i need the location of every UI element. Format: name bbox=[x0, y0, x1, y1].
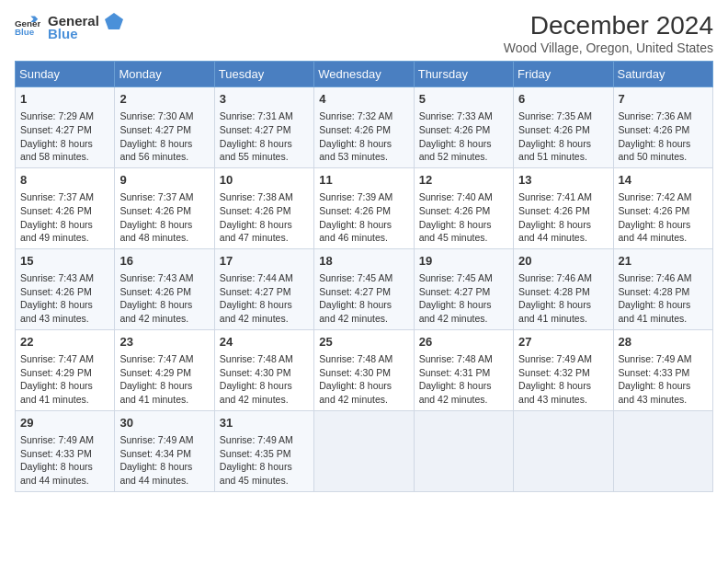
week-row-2: 8Sunrise: 7:37 AMSunset: 4:26 PMDaylight… bbox=[16, 167, 713, 248]
day-header-monday: Monday bbox=[115, 62, 214, 87]
calendar-cell bbox=[514, 410, 613, 491]
sunrise-text: Sunrise: 7:43 AM bbox=[20, 272, 94, 283]
daylight-text: Daylight: 8 hours and 41 minutes. bbox=[119, 380, 192, 405]
sunset-text: Sunset: 4:27 PM bbox=[419, 286, 491, 297]
sunrise-text: Sunrise: 7:48 AM bbox=[419, 353, 493, 364]
sunrise-text: Sunrise: 7:47 AM bbox=[119, 353, 193, 364]
week-row-4: 22Sunrise: 7:47 AMSunset: 4:29 PMDayligh… bbox=[16, 329, 713, 410]
day-number: 22 bbox=[20, 334, 109, 350]
day-number: 15 bbox=[20, 253, 109, 270]
day-number: 4 bbox=[319, 91, 408, 108]
sunrise-text: Sunrise: 7:33 AM bbox=[419, 110, 493, 121]
day-number: 5 bbox=[419, 91, 508, 108]
daylight-text: Daylight: 8 hours and 49 minutes. bbox=[20, 219, 93, 244]
sunrise-text: Sunrise: 7:49 AM bbox=[220, 434, 293, 445]
page-header: General Blue General Blue December 2024 … bbox=[15, 11, 713, 55]
sunrise-text: Sunrise: 7:38 AM bbox=[220, 191, 293, 202]
sunrise-text: Sunrise: 7:43 AM bbox=[119, 272, 193, 283]
sunset-text: Sunset: 4:26 PM bbox=[518, 205, 590, 216]
sunrise-text: Sunrise: 7:39 AM bbox=[319, 191, 392, 202]
day-number: 31 bbox=[220, 415, 309, 431]
main-title: December 2024 bbox=[504, 11, 713, 40]
daylight-text: Daylight: 8 hours and 48 minutes. bbox=[119, 219, 192, 244]
calendar-cell: 1Sunrise: 7:29 AMSunset: 4:27 PMDaylight… bbox=[16, 87, 115, 168]
sunset-text: Sunset: 4:26 PM bbox=[119, 286, 191, 297]
day-number: 3 bbox=[220, 91, 309, 108]
day-number: 17 bbox=[220, 253, 309, 270]
sunrise-text: Sunrise: 7:44 AM bbox=[220, 272, 293, 283]
sunset-text: Sunset: 4:26 PM bbox=[220, 205, 291, 216]
day-number: 6 bbox=[518, 91, 608, 108]
daylight-text: Daylight: 8 hours and 47 minutes. bbox=[220, 219, 292, 244]
days-header-row: SundayMondayTuesdayWednesdayThursdayFrid… bbox=[16, 62, 713, 87]
calendar-cell bbox=[314, 410, 414, 491]
svg-text:Blue: Blue bbox=[48, 26, 78, 41]
sunrise-text: Sunrise: 7:29 AM bbox=[20, 110, 94, 121]
calendar-table: SundayMondayTuesdayWednesdayThursdayFrid… bbox=[15, 61, 713, 492]
calendar-cell: 3Sunrise: 7:31 AMSunset: 4:27 PMDaylight… bbox=[214, 87, 313, 168]
day-number: 27 bbox=[518, 334, 608, 350]
day-number: 12 bbox=[419, 172, 508, 189]
sunrise-text: Sunrise: 7:48 AM bbox=[319, 353, 392, 364]
calendar-cell: 9Sunrise: 7:37 AMSunset: 4:26 PMDaylight… bbox=[115, 167, 214, 248]
day-number: 30 bbox=[119, 415, 209, 431]
daylight-text: Daylight: 8 hours and 56 minutes. bbox=[119, 138, 192, 163]
sunset-text: Sunset: 4:27 PM bbox=[220, 124, 291, 135]
week-row-5: 29Sunrise: 7:49 AMSunset: 4:33 PMDayligh… bbox=[16, 410, 713, 491]
calendar-cell: 19Sunrise: 7:45 AMSunset: 4:27 PMDayligh… bbox=[414, 248, 513, 329]
calendar-cell: 17Sunrise: 7:44 AMSunset: 4:27 PMDayligh… bbox=[214, 248, 313, 329]
sunrise-text: Sunrise: 7:45 AM bbox=[319, 272, 392, 283]
day-number: 8 bbox=[20, 172, 109, 189]
sunset-text: Sunset: 4:32 PM bbox=[518, 367, 590, 378]
day-number: 9 bbox=[119, 172, 209, 189]
calendar-cell: 6Sunrise: 7:35 AMSunset: 4:26 PMDaylight… bbox=[514, 87, 613, 168]
sunrise-text: Sunrise: 7:49 AM bbox=[518, 353, 592, 364]
daylight-text: Daylight: 8 hours and 55 minutes. bbox=[220, 138, 292, 163]
day-header-saturday: Saturday bbox=[613, 62, 712, 87]
calendar-cell: 8Sunrise: 7:37 AMSunset: 4:26 PMDaylight… bbox=[16, 167, 115, 248]
sunrise-text: Sunrise: 7:49 AM bbox=[119, 434, 193, 445]
sunrise-text: Sunrise: 7:31 AM bbox=[220, 110, 293, 121]
sunset-text: Sunset: 4:33 PM bbox=[619, 367, 690, 378]
daylight-text: Daylight: 8 hours and 44 minutes. bbox=[518, 219, 591, 244]
sunset-text: Sunset: 4:35 PM bbox=[220, 448, 291, 459]
daylight-text: Daylight: 8 hours and 44 minutes. bbox=[20, 461, 93, 486]
sunset-text: Sunset: 4:26 PM bbox=[20, 205, 92, 216]
sunrise-text: Sunrise: 7:49 AM bbox=[619, 353, 692, 364]
calendar-cell: 16Sunrise: 7:43 AMSunset: 4:26 PMDayligh… bbox=[115, 248, 214, 329]
sunset-text: Sunset: 4:26 PM bbox=[518, 124, 590, 135]
day-header-sunday: Sunday bbox=[16, 62, 115, 87]
sunrise-text: Sunrise: 7:37 AM bbox=[20, 191, 94, 202]
sunrise-text: Sunrise: 7:46 AM bbox=[619, 272, 692, 283]
sunset-text: Sunset: 4:27 PM bbox=[119, 124, 191, 135]
page-container: General Blue General Blue December 2024 … bbox=[0, 0, 728, 500]
calendar-cell: 28Sunrise: 7:49 AMSunset: 4:33 PMDayligh… bbox=[613, 329, 712, 410]
sunset-text: Sunset: 4:34 PM bbox=[119, 448, 191, 459]
calendar-cell: 12Sunrise: 7:40 AMSunset: 4:26 PMDayligh… bbox=[414, 167, 513, 248]
day-header-tuesday: Tuesday bbox=[214, 62, 313, 87]
calendar-cell: 11Sunrise: 7:39 AMSunset: 4:26 PMDayligh… bbox=[314, 167, 414, 248]
calendar-cell: 22Sunrise: 7:47 AMSunset: 4:29 PMDayligh… bbox=[16, 329, 115, 410]
daylight-text: Daylight: 8 hours and 42 minutes. bbox=[319, 380, 392, 405]
daylight-text: Daylight: 8 hours and 46 minutes. bbox=[319, 219, 392, 244]
daylight-text: Daylight: 8 hours and 42 minutes. bbox=[119, 299, 192, 324]
day-number: 28 bbox=[619, 334, 708, 350]
day-number: 1 bbox=[20, 91, 109, 108]
sunset-text: Sunset: 4:26 PM bbox=[20, 286, 92, 297]
sunrise-text: Sunrise: 7:36 AM bbox=[619, 110, 692, 121]
day-header-friday: Friday bbox=[514, 62, 613, 87]
daylight-text: Daylight: 8 hours and 42 minutes. bbox=[319, 299, 392, 324]
sunrise-text: Sunrise: 7:45 AM bbox=[419, 272, 493, 283]
calendar-cell: 18Sunrise: 7:45 AMSunset: 4:27 PMDayligh… bbox=[314, 248, 414, 329]
sunset-text: Sunset: 4:26 PM bbox=[619, 205, 690, 216]
sunrise-text: Sunrise: 7:37 AM bbox=[119, 191, 193, 202]
sunset-text: Sunset: 4:31 PM bbox=[419, 367, 491, 378]
sunset-text: Sunset: 4:33 PM bbox=[20, 448, 92, 459]
sunrise-text: Sunrise: 7:32 AM bbox=[319, 110, 392, 121]
day-number: 14 bbox=[619, 172, 708, 189]
calendar-cell: 20Sunrise: 7:46 AMSunset: 4:28 PMDayligh… bbox=[514, 248, 613, 329]
calendar-cell: 31Sunrise: 7:49 AMSunset: 4:35 PMDayligh… bbox=[214, 410, 313, 491]
day-number: 19 bbox=[419, 253, 508, 270]
day-number: 10 bbox=[220, 172, 309, 189]
day-number: 18 bbox=[319, 253, 408, 270]
